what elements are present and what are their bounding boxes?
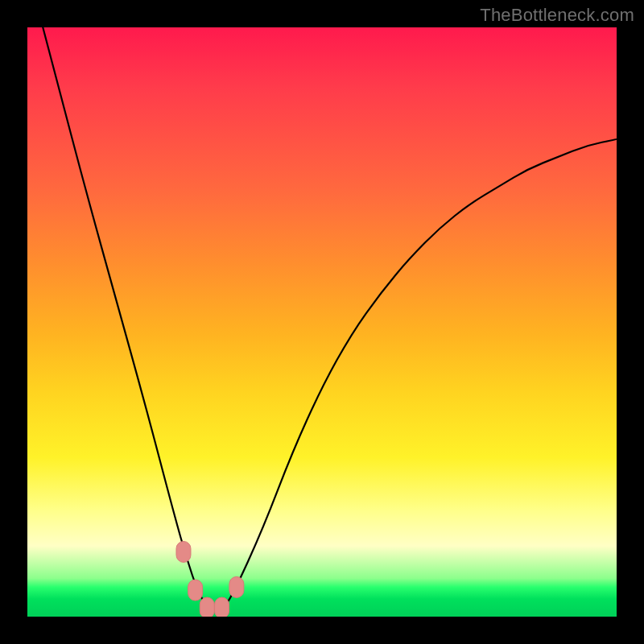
chart-frame: TheBottleneck.com (0, 0, 644, 644)
bottleneck-curve (27, 27, 617, 617)
valley-marker (176, 541, 191, 562)
valley-marker (215, 597, 229, 617)
valley-marker (188, 580, 203, 601)
valley-marker (229, 576, 244, 597)
valley-marker (200, 597, 214, 617)
plot-area (27, 27, 617, 617)
watermark-text: TheBottleneck.com (480, 5, 634, 26)
